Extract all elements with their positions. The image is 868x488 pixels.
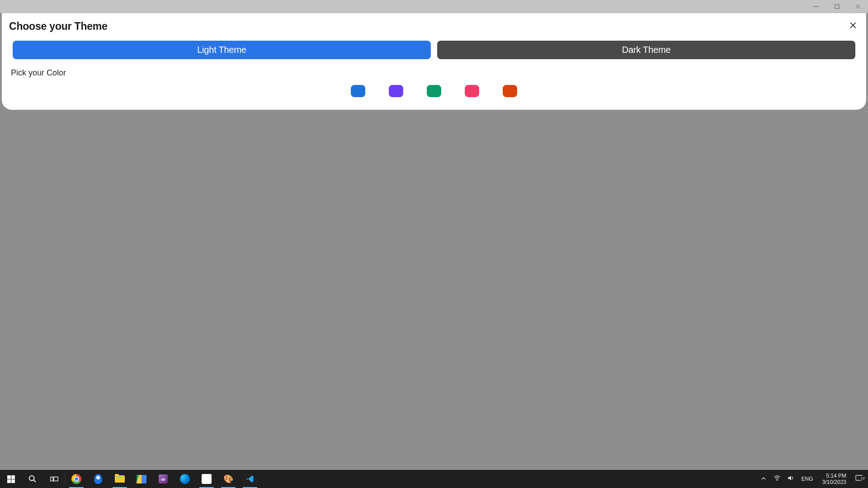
svg-line-11 — [34, 480, 36, 483]
taskbar-app-maps[interactable] — [87, 470, 109, 488]
color-swatch-purple[interactable] — [389, 85, 403, 97]
clock-date: 3/10/2023 — [822, 479, 846, 485]
edge-icon — [180, 474, 190, 484]
folder-icon — [115, 475, 125, 483]
task-view-icon — [49, 474, 60, 484]
chevron-up-icon — [761, 475, 766, 483]
svg-rect-12 — [51, 477, 53, 481]
svg-rect-7 — [11, 475, 15, 479]
volume-button[interactable] — [786, 474, 795, 483]
taskbar-app-explorer[interactable] — [109, 470, 131, 488]
color-swatch-blue[interactable] — [351, 85, 365, 97]
color-swatch-row — [9, 85, 859, 97]
paint-icon: 🎨 — [223, 474, 233, 484]
tray-overflow-button[interactable] — [759, 474, 768, 483]
theme-dialog: Choose your Theme Light Theme Dark Theme… — [2, 13, 866, 110]
taskbar-app-drive[interactable] — [131, 470, 152, 488]
dialog-close-button[interactable] — [847, 20, 859, 32]
language-indicator[interactable]: ENG — [800, 476, 815, 482]
taskbar-app-vscode[interactable] — [239, 470, 261, 488]
svg-marker-15 — [788, 476, 791, 480]
svg-rect-9 — [11, 479, 15, 483]
color-swatch-green[interactable] — [427, 85, 441, 97]
taskbar-app-edge[interactable] — [174, 470, 196, 488]
pick-color-label: Pick your Color — [11, 68, 859, 78]
notifications-button[interactable]: 12 — [854, 474, 864, 484]
svg-rect-13 — [54, 477, 58, 481]
maximize-button[interactable] — [826, 0, 847, 13]
clock-time: 5:14 PM — [826, 473, 846, 479]
light-theme-button[interactable]: Light Theme — [13, 41, 431, 59]
taskbar: ∞ ◆ 🎨 ENG 5:14 PM 3/10/202 — [0, 470, 868, 488]
app-background: Choose your Theme Light Theme Dark Theme… — [0, 13, 868, 470]
wifi-icon — [774, 474, 781, 483]
color-swatch-orange[interactable] — [503, 85, 517, 97]
svg-point-10 — [29, 476, 34, 481]
color-swatch-pink[interactable] — [465, 85, 479, 97]
svg-rect-1 — [835, 5, 839, 9]
windows-icon — [5, 474, 16, 484]
map-pin-icon — [94, 474, 102, 484]
close-icon — [849, 21, 858, 32]
clock-button[interactable]: 5:14 PM 3/10/2023 — [820, 473, 849, 485]
taskbar-search-button[interactable] — [22, 470, 43, 488]
taskbar-app-paint[interactable]: 🎨 — [217, 470, 239, 488]
speaker-icon — [787, 474, 794, 483]
google-drive-icon — [137, 475, 146, 483]
notification-count: 12 — [860, 476, 865, 480]
wifi-button[interactable] — [773, 474, 782, 483]
vscode-icon — [245, 474, 255, 484]
dialog-title: Choose your Theme — [9, 20, 108, 33]
minimize-button[interactable] — [806, 0, 826, 13]
window-titlebar — [0, 0, 868, 13]
start-button[interactable] — [0, 470, 22, 488]
app-icon: ◆ — [202, 474, 212, 484]
svg-point-14 — [777, 479, 778, 480]
svg-rect-6 — [7, 475, 11, 479]
search-icon — [27, 474, 38, 484]
taskbar-app-visualstudio[interactable]: ∞ — [152, 470, 174, 488]
taskbar-app-current[interactable]: ◆ — [196, 470, 217, 488]
task-view-button[interactable] — [43, 470, 65, 488]
window-close-button[interactable] — [847, 0, 868, 13]
dark-theme-button[interactable]: Dark Theme — [437, 41, 855, 59]
svg-rect-8 — [7, 479, 11, 483]
taskbar-app-chrome[interactable] — [66, 470, 87, 488]
chrome-icon — [71, 474, 81, 484]
visual-studio-icon: ∞ — [159, 474, 168, 483]
